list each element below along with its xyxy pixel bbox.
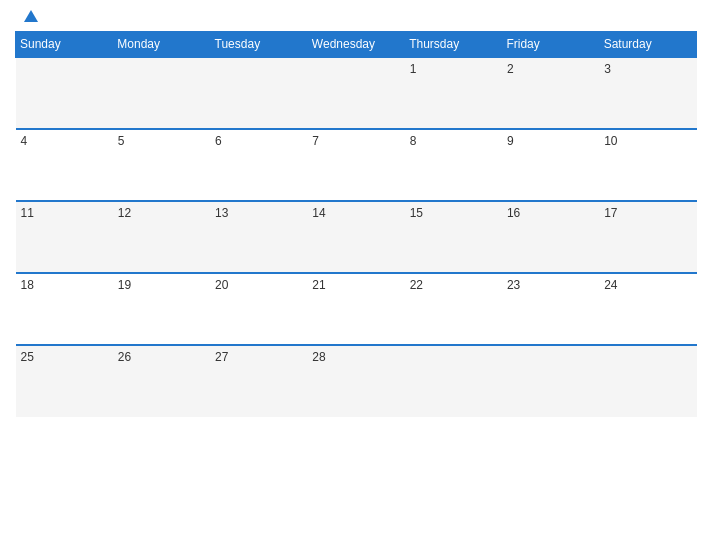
day-number: 28 (312, 350, 325, 364)
day-number: 17 (604, 206, 617, 220)
calendar-table: SundayMondayTuesdayWednesdayThursdayFrid… (15, 31, 697, 417)
day-number: 13 (215, 206, 228, 220)
weekday-header-tuesday: Tuesday (210, 32, 307, 58)
calendar-cell (210, 57, 307, 129)
calendar-cell: 20 (210, 273, 307, 345)
logo-triangle-icon (24, 10, 38, 22)
logo (20, 10, 38, 23)
calendar-cell: 9 (502, 129, 599, 201)
calendar-cell: 14 (307, 201, 404, 273)
day-number: 6 (215, 134, 222, 148)
weekday-header-thursday: Thursday (405, 32, 502, 58)
day-number: 20 (215, 278, 228, 292)
logo-blue-row (20, 10, 38, 23)
calendar-cell: 3 (599, 57, 696, 129)
calendar-cell (113, 57, 210, 129)
day-number: 16 (507, 206, 520, 220)
day-number: 7 (312, 134, 319, 148)
calendar-cell: 18 (16, 273, 113, 345)
calendar-cell: 21 (307, 273, 404, 345)
calendar-cell: 23 (502, 273, 599, 345)
calendar-cell (16, 57, 113, 129)
calendar-cell (502, 345, 599, 417)
calendar-cell: 27 (210, 345, 307, 417)
calendar-cell: 24 (599, 273, 696, 345)
day-number: 12 (118, 206, 131, 220)
calendar-cell (405, 345, 502, 417)
calendar-cell: 4 (16, 129, 113, 201)
calendar-cell: 28 (307, 345, 404, 417)
week-row-2: 45678910 (16, 129, 697, 201)
calendar-cell: 26 (113, 345, 210, 417)
day-number: 10 (604, 134, 617, 148)
calendar-cell: 19 (113, 273, 210, 345)
day-number: 24 (604, 278, 617, 292)
weekday-header-sunday: Sunday (16, 32, 113, 58)
calendar-cell: 13 (210, 201, 307, 273)
day-number: 27 (215, 350, 228, 364)
calendar-cell (599, 345, 696, 417)
day-number: 4 (21, 134, 28, 148)
day-number: 5 (118, 134, 125, 148)
calendar-cell: 7 (307, 129, 404, 201)
day-number: 18 (21, 278, 34, 292)
day-number: 15 (410, 206, 423, 220)
calendar-cell (307, 57, 404, 129)
day-number: 9 (507, 134, 514, 148)
calendar-header (15, 10, 697, 23)
day-number: 1 (410, 62, 417, 76)
day-number: 22 (410, 278, 423, 292)
weekday-header-monday: Monday (113, 32, 210, 58)
weekday-header-row: SundayMondayTuesdayWednesdayThursdayFrid… (16, 32, 697, 58)
calendar-cell: 12 (113, 201, 210, 273)
day-number: 21 (312, 278, 325, 292)
day-number: 2 (507, 62, 514, 76)
week-row-1: 123 (16, 57, 697, 129)
calendar-cell: 15 (405, 201, 502, 273)
day-number: 11 (21, 206, 34, 220)
day-number: 23 (507, 278, 520, 292)
day-number: 8 (410, 134, 417, 148)
calendar-cell: 16 (502, 201, 599, 273)
calendar-cell: 22 (405, 273, 502, 345)
calendar-cell: 1 (405, 57, 502, 129)
calendar-cell: 11 (16, 201, 113, 273)
day-number: 3 (604, 62, 611, 76)
calendar-cell: 6 (210, 129, 307, 201)
day-number: 26 (118, 350, 131, 364)
calendar-cell: 17 (599, 201, 696, 273)
calendar-cell: 5 (113, 129, 210, 201)
calendar-cell: 25 (16, 345, 113, 417)
day-number: 25 (21, 350, 34, 364)
calendar-cell: 10 (599, 129, 696, 201)
calendar-cell: 2 (502, 57, 599, 129)
weekday-header-wednesday: Wednesday (307, 32, 404, 58)
day-number: 19 (118, 278, 131, 292)
week-row-3: 11121314151617 (16, 201, 697, 273)
calendar-cell: 8 (405, 129, 502, 201)
weekday-header-friday: Friday (502, 32, 599, 58)
week-row-4: 18192021222324 (16, 273, 697, 345)
day-number: 14 (312, 206, 325, 220)
weekday-header-saturday: Saturday (599, 32, 696, 58)
week-row-5: 25262728 (16, 345, 697, 417)
calendar-container: SundayMondayTuesdayWednesdayThursdayFrid… (0, 0, 712, 550)
